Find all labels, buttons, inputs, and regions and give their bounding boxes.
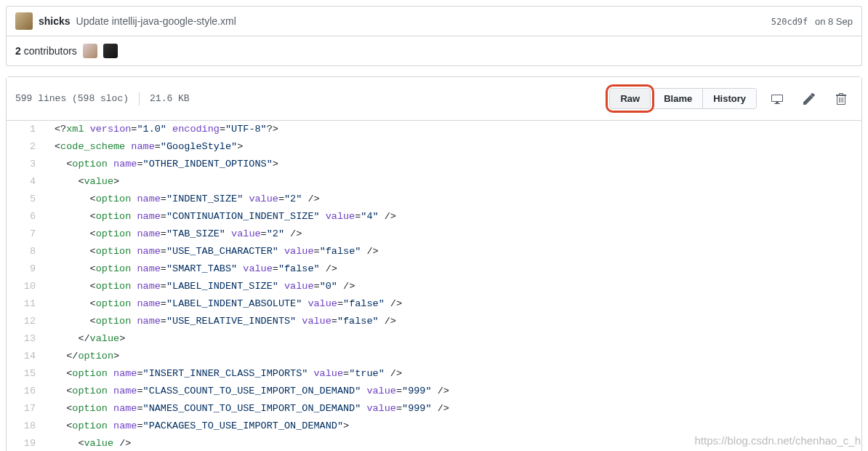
line-content: <value /> xyxy=(46,435,131,451)
file-info-divider xyxy=(139,92,140,105)
code-line: 13 </value> xyxy=(7,330,861,348)
code-line: 1<?xml version="1.0" encoding="UTF-8"?> xyxy=(7,121,861,138)
contributors-count: 2 xyxy=(15,45,21,57)
code-line: 9 <option name="SMART_TABS" value="false… xyxy=(7,260,861,278)
file-box: 599 lines (598 sloc) 21.6 KB Raw Blame H… xyxy=(6,76,862,451)
history-button[interactable]: History xyxy=(703,89,756,108)
commit-message[interactable]: Update intellij-java-google-style.xml xyxy=(76,15,236,27)
line-content: <option name="USE_TAB_CHARACTER" value="… xyxy=(46,243,379,260)
code-line: 18 <option name="PACKAGES_TO_USE_IMPORT_… xyxy=(7,418,861,435)
line-number: 13 xyxy=(7,330,46,348)
line-number: 14 xyxy=(7,348,46,365)
code-line: 2<code_scheme name="GoogleStyle"> xyxy=(7,138,861,156)
line-number: 8 xyxy=(7,243,46,260)
line-content: <option name="INDENT_SIZE" value="2" /> xyxy=(46,191,320,208)
line-content: <value> xyxy=(46,173,119,191)
line-content: <option name="USE_RELATIVE_INDENTS" valu… xyxy=(46,313,396,330)
line-content: <option name="OTHER_INDENT_OPTIONS"> xyxy=(46,156,278,173)
commit-meta: 520cd9f on 8 Sep xyxy=(771,16,853,27)
raw-button[interactable]: Raw xyxy=(609,88,651,109)
code-line: 6 <option name="CONTINUATION_INDENT_SIZE… xyxy=(7,208,861,226)
line-content: <option name="CONTINUATION_INDENT_SIZE" … xyxy=(46,208,396,226)
code-line: 8 <option name="USE_TAB_CHARACTER" value… xyxy=(7,243,861,260)
raw-button-highlight: Raw xyxy=(606,84,654,113)
line-number: 19 xyxy=(7,435,46,451)
desktop-icon[interactable] xyxy=(765,89,789,109)
code-line: 16 <option name="CLASS_COUNT_TO_USE_IMPO… xyxy=(7,383,861,400)
line-content: <option name="CLASS_COUNT_TO_USE_IMPORT_… xyxy=(46,383,449,400)
file-actions: Raw Blame History xyxy=(606,84,853,113)
line-number: 18 xyxy=(7,418,46,435)
line-number: 11 xyxy=(7,295,46,313)
line-content: <?xml version="1.0" encoding="UTF-8"?> xyxy=(46,121,278,138)
code-line: 10 <option name="LABEL_INDENT_SIZE" valu… xyxy=(7,278,861,295)
line-number: 12 xyxy=(7,313,46,330)
contributors-bar: 2 contributors xyxy=(6,36,862,66)
file-header: 599 lines (598 sloc) 21.6 KB Raw Blame H… xyxy=(7,77,861,121)
line-number: 17 xyxy=(7,400,46,418)
code-line: 3 <option name="OTHER_INDENT_OPTIONS"> xyxy=(7,156,861,173)
author-avatar[interactable] xyxy=(15,12,33,30)
line-content: <option name="PACKAGES_TO_USE_IMPORT_ON_… xyxy=(46,418,349,435)
line-number: 6 xyxy=(7,208,46,226)
line-number: 4 xyxy=(7,173,46,191)
contributor-avatar-2[interactable] xyxy=(103,44,118,58)
code-line: 7 <option name="TAB_SIZE" value="2" /> xyxy=(7,226,861,243)
line-number: 7 xyxy=(7,226,46,243)
line-content: <code_scheme name="GoogleStyle"> xyxy=(46,138,243,156)
code-line: 12 <option name="USE_RELATIVE_INDENTS" v… xyxy=(7,313,861,330)
contributors-label: contributors xyxy=(24,45,77,57)
commit-sha[interactable]: 520cd9f xyxy=(771,17,808,27)
code-line: 17 <option name="NAMES_COUNT_TO_USE_IMPO… xyxy=(7,400,861,418)
code-area: 1<?xml version="1.0" encoding="UTF-8"?>2… xyxy=(7,121,861,451)
trash-icon[interactable] xyxy=(829,89,853,109)
line-content: <option name="LABEL_INDENT_ABSOLUTE" val… xyxy=(46,295,402,313)
code-line: 15 <option name="INSERT_INNER_CLASS_IMPO… xyxy=(7,365,861,383)
pencil-icon[interactable] xyxy=(797,89,821,109)
code-line: 14 </option> xyxy=(7,348,861,365)
contributor-avatar-1[interactable] xyxy=(83,44,97,58)
file-size: 21.6 KB xyxy=(150,93,190,104)
line-content: <option name="LABEL_INDENT_SIZE" value="… xyxy=(46,278,355,295)
line-content: <option name="NAMES_COUNT_TO_USE_IMPORT_… xyxy=(46,400,449,418)
line-content: </option> xyxy=(46,348,119,365)
file-lines: 599 lines (598 sloc) xyxy=(15,93,129,104)
commit-date: on 8 Sep xyxy=(815,16,853,27)
code-line: 5 <option name="INDENT_SIZE" value="2" /… xyxy=(7,191,861,208)
code-line: 19 <value /> xyxy=(7,435,861,451)
line-number: 9 xyxy=(7,260,46,278)
commit-header: shicks Update intellij-java-google-style… xyxy=(6,6,862,36)
author-name[interactable]: shicks xyxy=(39,15,71,27)
line-number: 15 xyxy=(7,365,46,383)
line-content: <option name="INSERT_INNER_CLASS_IMPORTS… xyxy=(46,365,402,383)
file-info: 599 lines (598 sloc) 21.6 KB xyxy=(15,92,190,105)
code-line: 4 <value> xyxy=(7,173,861,191)
contributors-text[interactable]: 2 contributors xyxy=(15,45,77,57)
code-line: 11 <option name="LABEL_INDENT_ABSOLUTE" … xyxy=(7,295,861,313)
line-number: 3 xyxy=(7,156,46,173)
line-number: 2 xyxy=(7,138,46,156)
blame-button[interactable]: Blame xyxy=(654,89,703,108)
line-content: <option name="SMART_TABS" value="false" … xyxy=(46,260,337,278)
line-content: </value> xyxy=(46,330,125,348)
commit-author-area: shicks Update intellij-java-google-style… xyxy=(15,12,236,30)
line-number: 5 xyxy=(7,191,46,208)
line-number: 16 xyxy=(7,383,46,400)
line-number: 1 xyxy=(7,121,46,138)
blame-history-group: Blame History xyxy=(654,88,757,109)
line-number: 10 xyxy=(7,278,46,295)
line-content: <option name="TAB_SIZE" value="2" /> xyxy=(46,226,302,243)
